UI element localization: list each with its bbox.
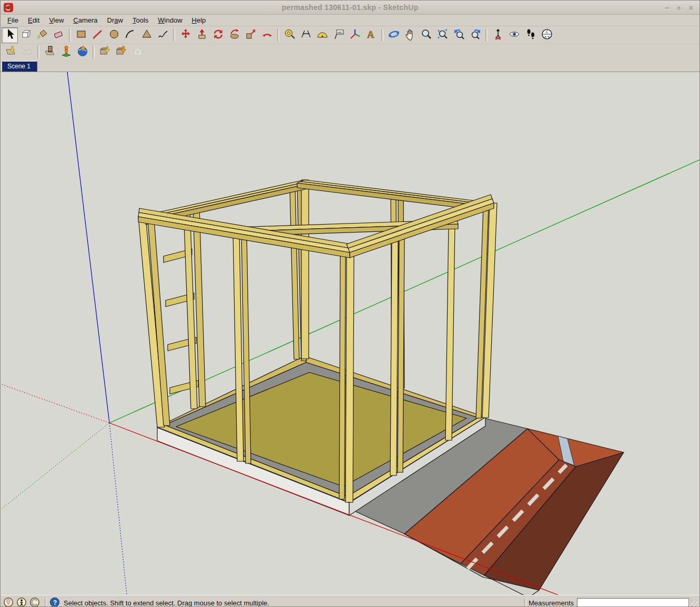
make-component-tool-button[interactable] xyxy=(18,27,34,43)
toolbar-separator xyxy=(93,46,95,58)
axis-green-dotted xyxy=(1,423,109,510)
section-plane-tool-button[interactable]: CA-S xyxy=(539,27,555,43)
zoom-extents-tool-icon xyxy=(437,28,449,43)
pan-tool-button[interactable] xyxy=(402,27,418,43)
axes-tool-icon xyxy=(349,28,361,43)
main-toolbar: ABCACA-S xyxy=(1,26,699,44)
claim-status-icon[interactable] xyxy=(29,596,40,607)
freehand-tool-button[interactable] xyxy=(155,27,171,43)
tab-scene-1[interactable]: Scene 1 xyxy=(2,61,37,72)
dimension-tool-button[interactable] xyxy=(298,27,314,43)
polygon-tool-button[interactable] xyxy=(138,27,155,43)
orbit-tool-button[interactable] xyxy=(385,27,402,43)
google-earth-icon xyxy=(76,45,89,59)
3d-text-tool-button[interactable]: A xyxy=(363,27,379,43)
maximize-button[interactable]: + xyxy=(676,4,681,12)
street-view-button[interactable] xyxy=(58,44,74,60)
previous-view-tool-button[interactable] xyxy=(451,27,467,43)
get-current-view-icon xyxy=(5,45,17,59)
menu-edit[interactable]: Edit xyxy=(23,15,44,25)
window-controls: −+× xyxy=(665,4,699,12)
axis-blue-solid xyxy=(67,72,109,423)
status-bar: ? Select objects. Shift to extend select… xyxy=(1,595,699,607)
pan-tool-icon xyxy=(404,28,417,43)
look-around-tool-button[interactable] xyxy=(506,27,522,43)
minimize-button[interactable]: − xyxy=(665,4,669,12)
next-view-tool-button[interactable] xyxy=(467,27,483,43)
street-view-icon xyxy=(60,45,73,59)
eraser-tool-icon xyxy=(53,28,65,43)
walk-tool-icon xyxy=(524,28,537,43)
menu-window[interactable]: Window xyxy=(153,15,187,25)
svg-text:A: A xyxy=(367,29,374,40)
close-button[interactable]: × xyxy=(688,4,693,12)
tape-measure-tool-button[interactable] xyxy=(281,27,298,43)
select-tool-button[interactable] xyxy=(2,27,18,43)
resize-grip[interactable] xyxy=(691,601,698,607)
eraser-tool-button[interactable] xyxy=(50,27,67,43)
dimension-tool-icon xyxy=(300,28,312,43)
follow-me-tool-icon xyxy=(228,28,241,43)
paint-bucket-tool-button[interactable] xyxy=(34,27,50,43)
orbit-tool-icon xyxy=(388,28,400,43)
rectangle-tool-icon xyxy=(75,28,88,43)
move-tool-button[interactable] xyxy=(177,27,194,43)
arc-tool-icon xyxy=(124,28,137,43)
polygon-tool-icon xyxy=(140,28,153,43)
photo-textures-button[interactable] xyxy=(42,44,58,60)
zoom-extents-tool-button[interactable] xyxy=(434,27,451,43)
menu-draw[interactable]: Draw xyxy=(103,15,128,25)
move-tool-icon xyxy=(179,28,192,43)
menu-tools[interactable]: Tools xyxy=(128,15,153,25)
offset-tool-button[interactable] xyxy=(259,27,275,43)
position-camera-tool-icon xyxy=(492,28,504,43)
title-bar: permashed 130611-01.skp - SketchUp −+× xyxy=(1,1,699,15)
top-plate-back-right-outer xyxy=(301,180,494,205)
protractor-tool-button[interactable] xyxy=(314,27,330,43)
scale-tool-icon xyxy=(245,28,257,43)
protractor-tool-icon xyxy=(316,28,329,43)
rectangle-tool-button[interactable] xyxy=(73,27,89,43)
google-earth-button[interactable] xyxy=(74,44,90,60)
toolbar-separator xyxy=(173,29,175,42)
post-front-outer xyxy=(346,252,354,502)
walk-tool-button[interactable] xyxy=(522,27,539,43)
scale-tool-button[interactable] xyxy=(242,27,259,43)
menu-camera[interactable]: Camera xyxy=(68,15,102,25)
menu-view[interactable]: View xyxy=(44,15,68,25)
status-message: Select objects. Shift to extend select. … xyxy=(64,599,269,607)
post-back-corner xyxy=(301,180,309,359)
push-pull-tool-button[interactable] xyxy=(194,27,210,43)
geolocation-status-icon[interactable] xyxy=(3,596,14,607)
get-models-button[interactable] xyxy=(97,44,113,60)
menu-bar: FileEditViewCameraDrawToolsWindowHelp xyxy=(1,15,699,26)
rotate-tool-button[interactable] xyxy=(210,27,226,43)
zoom-tool-button[interactable] xyxy=(418,27,434,43)
position-camera-tool-button[interactable] xyxy=(490,27,506,43)
line-tool-button[interactable] xyxy=(89,27,106,43)
model-viewport[interactable] xyxy=(1,72,700,595)
circle-tool-icon xyxy=(108,28,120,43)
select-tool-icon xyxy=(4,28,16,43)
follow-me-tool-button[interactable] xyxy=(226,27,242,43)
share-model-button[interactable] xyxy=(113,44,129,60)
offset-tool-icon xyxy=(261,28,273,43)
svg-text:C: C xyxy=(545,30,548,34)
get-models-icon xyxy=(99,45,111,59)
axes-tool-button[interactable] xyxy=(347,27,363,43)
get-current-view-button[interactable] xyxy=(3,44,19,60)
arc-tool-button[interactable] xyxy=(122,27,138,43)
toolbar-separator xyxy=(69,29,71,42)
circle-tool-button[interactable] xyxy=(106,27,122,43)
menu-file[interactable]: File xyxy=(3,15,23,25)
freehand-tool-icon xyxy=(157,28,169,43)
svg-text:A-S: A-S xyxy=(544,35,550,38)
credits-status-icon[interactable] xyxy=(16,596,27,607)
toolbar-separator xyxy=(277,29,279,42)
measurements-input[interactable] xyxy=(577,598,689,607)
text-tool-button[interactable]: ABC xyxy=(330,27,347,43)
help-icon[interactable]: ? xyxy=(49,602,60,607)
photo-textures-icon xyxy=(44,45,56,59)
menu-help[interactable]: Help xyxy=(187,15,211,25)
paint-bucket-tool-icon xyxy=(36,28,49,43)
